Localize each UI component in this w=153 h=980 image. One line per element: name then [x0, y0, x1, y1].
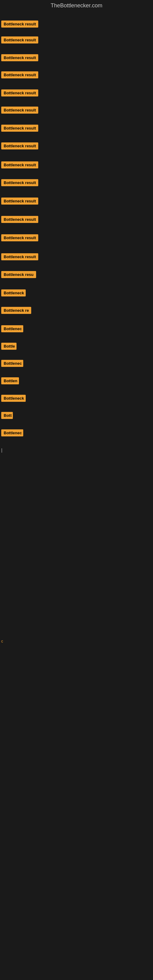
- bottleneck-item: Bottleneck result: [1, 197, 38, 206]
- bottleneck-item: Bottleneck result: [1, 161, 38, 170]
- bottleneck-item: Bottlenec: [1, 325, 23, 334]
- bottleneck-item: Bottleneck result: [1, 179, 38, 188]
- bottleneck-badge: Bottlenec: [1, 325, 23, 332]
- bottleneck-item: Bottleneck result: [1, 253, 38, 261]
- bottleneck-item: Bottleneck: [1, 395, 26, 403]
- bottleneck-item: Bottleneck: [1, 290, 26, 298]
- bottleneck-item: Bottleneck result: [1, 125, 38, 133]
- bottleneck-item: Bottleneck result: [1, 37, 38, 45]
- bottleneck-item: Bott: [1, 412, 13, 420]
- bottleneck-badge: Bottleneck result: [1, 161, 38, 169]
- bottleneck-badge: Bottlenec: [1, 430, 23, 436]
- bottleneck-item: Bottleneck result: [1, 107, 38, 115]
- bottleneck-badge: Bottleneck result: [1, 37, 38, 43]
- bottleneck-badge: Bottleneck result: [1, 107, 38, 114]
- bottleneck-badge: Bottlenec: [1, 360, 23, 367]
- bottleneck-badge: Bottleneck result: [1, 89, 38, 97]
- bottleneck-badge: Bottleneck: [1, 395, 26, 402]
- bottleneck-item: Bottlenec: [1, 430, 23, 438]
- bottleneck-badge: Bottle: [1, 343, 16, 350]
- bottleneck-badge: Bott: [1, 412, 13, 419]
- bottleneck-badge: Bottleneck result: [1, 21, 38, 27]
- bottleneck-badge: Bottleneck result: [1, 253, 38, 260]
- bottleneck-badge: Bottleneck result: [1, 142, 38, 150]
- bottleneck-item: Bottleneck result: [1, 89, 38, 98]
- bottleneck-item: Bottleneck resu: [1, 271, 36, 279]
- bottleneck-badge: Bottlen: [1, 377, 19, 384]
- site-title: TheBottlenecker.com: [0, 0, 153, 11]
- bottleneck-badge: Bottleneck result: [1, 216, 38, 223]
- bottleneck-badge: Bottleneck result: [1, 234, 38, 241]
- bottleneck-badge: Bottleneck re: [1, 307, 31, 314]
- bottleneck-badge: Bottleneck: [1, 290, 26, 296]
- bottleneck-item: Bottleneck result: [1, 216, 38, 224]
- bottleneck-item: Bottleneck result: [1, 234, 38, 243]
- bottleneck-badge: Bottleneck result: [1, 125, 38, 132]
- bottleneck-badge: Bottleneck result: [1, 54, 38, 61]
- bottleneck-badge: Bottleneck result: [1, 72, 38, 78]
- bottleneck-item: Bottlenec: [1, 360, 23, 368]
- bottleneck-badge: Bottleneck resu: [1, 271, 36, 278]
- bottleneck-item: Bottleneck re: [1, 307, 31, 315]
- bottleneck-badge: Bottleneck result: [1, 197, 38, 205]
- bottleneck-item: Bottleneck result: [1, 142, 38, 151]
- bottleneck-item: Bottleneck result: [1, 54, 38, 62]
- bottleneck-badge: Bottleneck result: [1, 179, 38, 186]
- bottleneck-item: Bottleneck result: [1, 72, 38, 80]
- bottleneck-item: Bottle: [1, 343, 16, 351]
- bottleneck-item: Bottleneck result: [1, 21, 38, 29]
- single-char-item: |: [1, 448, 2, 453]
- small-char-item: c: [1, 639, 3, 643]
- bottleneck-item: Bottlen: [1, 377, 19, 385]
